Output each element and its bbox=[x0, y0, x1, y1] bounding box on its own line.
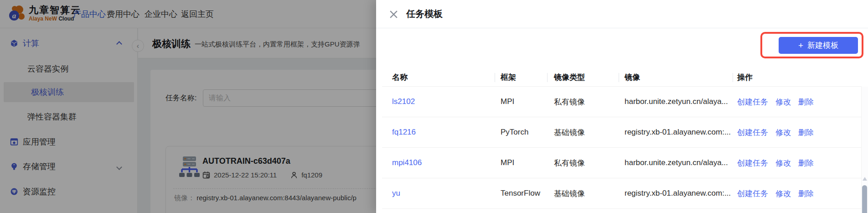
table-row: yu TensorFlow 基础镜像 registry.xb-01.alayan… bbox=[382, 178, 862, 209]
framework-cell: TensorFlow bbox=[495, 189, 547, 198]
create-task-link[interactable]: 创建任务 bbox=[737, 158, 768, 168]
template-name-link[interactable]: yu bbox=[392, 189, 400, 197]
actions-cell: 创建任务修改删除 bbox=[733, 188, 862, 199]
template-name-link[interactable]: mpi4106 bbox=[392, 158, 422, 167]
header-separator bbox=[619, 73, 619, 82]
header-separator bbox=[547, 73, 548, 82]
new-template-button[interactable]: + 新建模板 bbox=[779, 37, 858, 54]
table-row: ls2102 MPI 私有镜像 harbor.unite.zetyun.cn/a… bbox=[382, 87, 862, 117]
template-table-body: ls2102 MPI 私有镜像 harbor.unite.zetyun.cn/a… bbox=[382, 87, 862, 209]
image-cell: harbor.unite.zetyun.cn/alaya... bbox=[619, 158, 733, 167]
delete-link[interactable]: 删除 bbox=[798, 127, 814, 138]
table-header: 名称 框架 镜像类型 镜像 操作 bbox=[382, 68, 862, 87]
framework-cell: MPI bbox=[495, 97, 547, 106]
app-root: a 九章智算云 Alaya NeW Cloud 产品中心 费用中心 企业中心 返… bbox=[0, 0, 868, 213]
template-name-link[interactable]: fq1216 bbox=[392, 128, 416, 136]
actions-cell: 创建任务修改删除 bbox=[733, 127, 862, 138]
header-separator bbox=[733, 73, 733, 82]
column-header-framework: 框架 bbox=[495, 72, 547, 83]
new-template-label: 新建模板 bbox=[807, 40, 838, 51]
modify-link[interactable]: 修改 bbox=[775, 97, 791, 107]
task-template-drawer: 任务模板 + 新建模板 名称 框架 镜像类型 镜像 操作 ls2102 MPI … bbox=[376, 0, 868, 213]
column-header-image: 镜像 bbox=[619, 72, 733, 83]
image-cell: registry.xb-01.alayanew.com:... bbox=[619, 128, 733, 137]
drawer-header: 任务模板 bbox=[376, 0, 868, 28]
scroll-up-arrow-icon[interactable] bbox=[863, 177, 867, 181]
image-cell: harbor.unite.zetyun.cn/alaya... bbox=[619, 97, 733, 106]
create-task-link[interactable]: 创建任务 bbox=[737, 97, 768, 107]
column-header-actions: 操作 bbox=[733, 72, 862, 83]
column-header-image-type: 镜像类型 bbox=[547, 72, 619, 83]
image-type-cell: 私有镜像 bbox=[547, 97, 619, 107]
image-cell: registry.xb-01.alayanew.com:... bbox=[619, 189, 733, 198]
plus-icon: + bbox=[798, 41, 803, 50]
actions-cell: 创建任务修改删除 bbox=[733, 158, 862, 168]
image-type-cell: 基础镜像 bbox=[547, 188, 619, 199]
close-icon[interactable] bbox=[388, 9, 399, 20]
framework-cell: MPI bbox=[495, 158, 547, 167]
modify-link[interactable]: 修改 bbox=[775, 127, 791, 138]
template-name-link[interactable]: ls2102 bbox=[392, 97, 415, 106]
actions-cell: 创建任务修改删除 bbox=[733, 97, 862, 107]
table-row: mpi4106 MPI 私有镜像 harbor.unite.zetyun.cn/… bbox=[382, 148, 862, 178]
column-header-name: 名称 bbox=[382, 72, 495, 83]
drawer-scrollbar[interactable] bbox=[861, 87, 868, 213]
scrollbar-thumb[interactable] bbox=[862, 185, 867, 213]
delete-link[interactable]: 删除 bbox=[798, 158, 814, 168]
modify-link[interactable]: 修改 bbox=[775, 188, 791, 199]
header-separator bbox=[495, 73, 495, 82]
modify-link[interactable]: 修改 bbox=[775, 158, 791, 168]
create-task-link[interactable]: 创建任务 bbox=[737, 188, 768, 199]
table-row: fq1216 PyTorch 基础镜像 registry.xb-01.alaya… bbox=[382, 117, 862, 148]
drawer-title: 任务模板 bbox=[406, 8, 443, 20]
image-type-cell: 私有镜像 bbox=[547, 158, 619, 168]
delete-link[interactable]: 删除 bbox=[798, 97, 814, 107]
create-task-link[interactable]: 创建任务 bbox=[737, 127, 768, 138]
framework-cell: PyTorch bbox=[495, 128, 547, 137]
delete-link[interactable]: 删除 bbox=[798, 188, 814, 199]
image-type-cell: 基础镜像 bbox=[547, 127, 619, 138]
